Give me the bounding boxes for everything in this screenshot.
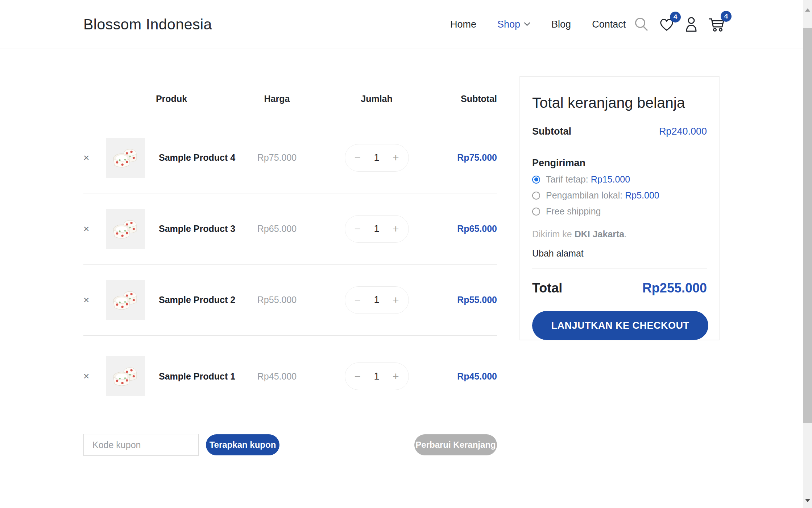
divider <box>532 269 707 269</box>
cart-row: × Sample Product 3 Rp65.000 − 1 + Rp65.0… <box>83 193 497 265</box>
ship-to-destination: DKI Jakarta <box>575 229 625 239</box>
cart-totals-title: Total keranjang belanja <box>532 94 707 111</box>
quantity-stepper: − 1 + <box>345 144 409 172</box>
shipping-label: Pengiriman <box>532 157 707 169</box>
product-image[interactable] <box>106 138 145 178</box>
column-header-subtotal: Subtotal <box>436 94 497 104</box>
shipping-option-price: Rp5.000 <box>625 190 659 200</box>
row-subtotal: Rp45.000 <box>436 371 497 382</box>
quantity-value[interactable]: 1 <box>374 223 379 234</box>
remove-item-button[interactable]: × <box>83 371 96 381</box>
nav-item-shop[interactable]: Shop <box>497 19 530 30</box>
cart-table: Produk Harga Jumlah Subtotal × Sample Pr… <box>83 87 497 417</box>
product-image[interactable] <box>106 209 145 249</box>
quantity-increase-button[interactable]: + <box>393 224 399 234</box>
remove-item-button[interactable]: × <box>83 295 96 305</box>
subtotal-label: Subtotal <box>532 126 571 137</box>
search-icon[interactable] <box>634 16 650 32</box>
column-header-produk: Produk <box>106 94 237 104</box>
quantity-increase-button[interactable]: + <box>393 295 399 306</box>
subtotal-row: Subtotal Rp240.000 <box>532 126 707 137</box>
wishlist-count-badge: 4 <box>670 12 681 22</box>
scrollbar-up-arrow[interactable] <box>803 5 812 15</box>
product-price: Rp45.000 <box>237 371 317 382</box>
divider <box>532 147 707 147</box>
radio-unselected-icon[interactable] <box>532 192 540 200</box>
quantity-value[interactable]: 1 <box>374 371 379 382</box>
cart-count-badge: 4 <box>721 11 732 22</box>
cart-row: × Sample Product 4 Rp75.000 − 1 + Rp75.0… <box>83 122 497 193</box>
quantity-decrease-button[interactable]: − <box>355 371 361 382</box>
checkout-button[interactable]: LANJUTKAN KE CHECKOUT <box>532 311 708 340</box>
remove-item-button[interactable]: × <box>83 224 96 234</box>
column-header-jumlah: Jumlah <box>317 94 436 104</box>
apply-coupon-button[interactable]: Terapkan kupon <box>206 434 279 455</box>
product-image[interactable] <box>106 280 145 320</box>
column-header-harga: Harga <box>237 94 317 104</box>
main-nav: Home Shop Blog Contact <box>450 0 626 49</box>
total-label: Total <box>532 280 562 296</box>
arrow-up-icon <box>805 8 810 12</box>
chevron-down-icon <box>524 22 530 26</box>
scrollbar-thumb[interactable] <box>803 28 812 423</box>
product-name[interactable]: Sample Product 3 <box>159 224 237 234</box>
product-name[interactable]: Sample Product 4 <box>159 152 237 163</box>
cart-row: × Sample Product 1 Rp45.000 − 1 + Rp45.0… <box>83 336 497 417</box>
quantity-stepper: − 1 + <box>345 286 409 314</box>
quantity-stepper: − 1 + <box>345 215 409 243</box>
product-name[interactable]: Sample Product 2 <box>159 295 237 305</box>
shipping-option-flat-rate[interactable]: Tarif tetap: Rp15.000 <box>532 174 707 185</box>
update-cart-button[interactable]: Perbarui Keranjang <box>414 434 497 455</box>
quantity-value[interactable]: 1 <box>374 152 379 163</box>
quantity-decrease-button[interactable]: − <box>355 224 361 234</box>
row-subtotal: Rp65.000 <box>436 224 497 234</box>
site-logo[interactable]: Blossom Indonesia <box>83 16 212 33</box>
site-header: Blossom Indonesia Home Shop Blog Contact <box>0 0 803 49</box>
row-subtotal: Rp55.000 <box>436 295 497 305</box>
nav-item-blog[interactable]: Blog <box>551 19 571 30</box>
cart-icon[interactable]: 4 <box>708 16 726 33</box>
vertical-scrollbar <box>803 0 812 508</box>
scrollbar-down-arrow[interactable] <box>803 496 812 505</box>
radio-unselected-icon[interactable] <box>532 208 540 216</box>
quantity-decrease-button[interactable]: − <box>355 152 361 163</box>
nav-item-contact[interactable]: Contact <box>592 19 626 30</box>
row-subtotal: Rp75.000 <box>436 152 497 163</box>
total-row: Total Rp255.000 <box>532 280 707 296</box>
remove-item-button[interactable]: × <box>83 153 96 163</box>
arrow-down-icon <box>805 499 810 502</box>
ship-to-text: Dikirim ke DKI Jakarta. <box>532 229 707 239</box>
nav-item-home[interactable]: Home <box>450 19 476 30</box>
coupon-code-input[interactable] <box>83 434 199 456</box>
change-address-link[interactable]: Ubah alamat <box>532 248 707 259</box>
coupon-row: Terapkan kupon Perbarui Keranjang <box>83 434 497 456</box>
wishlist-icon[interactable]: 4 <box>658 17 675 32</box>
subtotal-value: Rp240.000 <box>659 126 707 137</box>
shipping-option-label: Tarif tetap: <box>546 174 591 184</box>
product-price: Rp75.000 <box>237 152 317 163</box>
quantity-increase-button[interactable]: + <box>393 371 399 382</box>
product-price: Rp55.000 <box>237 295 317 305</box>
account-icon[interactable] <box>684 16 699 33</box>
product-price: Rp65.000 <box>237 224 317 234</box>
shipping-option-price: Rp15.000 <box>591 174 630 184</box>
radio-selected-icon[interactable] <box>532 176 540 184</box>
product-name[interactable]: Sample Product 1 <box>159 371 237 382</box>
quantity-decrease-button[interactable]: − <box>355 295 361 306</box>
header-icons: 4 4 <box>634 0 726 49</box>
quantity-increase-button[interactable]: + <box>393 152 399 163</box>
total-value: Rp255.000 <box>642 280 707 296</box>
cart-totals-panel: Total keranjang belanja Subtotal Rp240.0… <box>519 76 720 340</box>
shipping-option-free-shipping[interactable]: Free shipping <box>532 206 707 217</box>
cart-row: × Sample Product 2 Rp55.000 − 1 + Rp55.0… <box>83 265 497 336</box>
shipping-option-local-pickup[interactable]: Pengambilan lokal: Rp5.000 <box>532 190 707 201</box>
product-image[interactable] <box>106 356 145 396</box>
shipping-option-label: Free shipping <box>546 206 601 216</box>
shipping-option-label: Pengambilan lokal: <box>546 190 625 200</box>
quantity-value[interactable]: 1 <box>374 294 379 306</box>
quantity-stepper: − 1 + <box>345 362 409 390</box>
cart-table-header: Produk Harga Jumlah Subtotal <box>83 87 497 122</box>
